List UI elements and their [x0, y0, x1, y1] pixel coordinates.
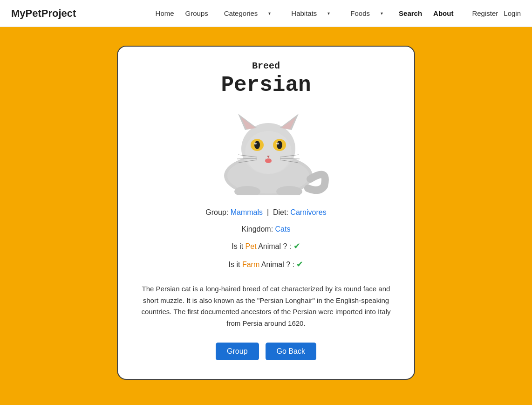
pet-prefix: Is it [232, 242, 245, 250]
farm-keyword[interactable]: Farm [242, 261, 259, 268]
svg-point-10 [254, 143, 257, 144]
brand-logo: MyPetProject [11, 7, 76, 20]
group-value[interactable]: Mammals [231, 208, 263, 216]
nav-groups-link[interactable]: Groups [181, 7, 213, 20]
nav-right: Register Login [472, 9, 521, 17]
kingdom-value[interactable]: Cats [275, 225, 291, 233]
svg-point-15 [265, 158, 272, 163]
breed-description: The Persian cat is a long-haired breed o… [140, 283, 392, 329]
nav-foods-dropdown[interactable]: Foods ▾ [341, 4, 392, 23]
nav-links: Home Groups Categories ▾ Habitats ▾ Food… [151, 4, 458, 23]
nav-habitats-dropdown[interactable]: Habitats ▾ [282, 4, 339, 23]
farm-prefix: Is it [229, 261, 242, 268]
go-back-button[interactable]: Go Back [266, 343, 316, 360]
svg-point-7 [245, 131, 292, 174]
action-buttons: Group Go Back [216, 343, 316, 360]
pet-keyword[interactable]: Pet [246, 242, 257, 250]
kingdom-line: Kingdom: Cats [242, 223, 291, 235]
diet-label: Diet: [273, 208, 288, 216]
nav-about-link[interactable]: About [429, 7, 458, 20]
nav-home-link[interactable]: Home [151, 7, 179, 20]
breed-card: Breed Persian [117, 46, 415, 380]
chevron-down-icon: ▾ [376, 8, 388, 19]
nav-search-link[interactable]: Search [394, 7, 427, 20]
pet-suffix: Animal ? : [258, 242, 293, 250]
nav-login-link[interactable]: Login [504, 9, 521, 17]
farm-suffix: Animal ? : [261, 261, 294, 268]
kingdom-label: Kingdom: [242, 225, 273, 233]
group-label: Group: [205, 208, 228, 216]
group-diet-line: Group: Mammals | Diet: Carnivores [205, 206, 326, 219]
svg-point-13 [276, 143, 279, 144]
diet-value[interactable]: Carnivores [290, 208, 326, 216]
svg-point-12 [277, 141, 282, 149]
breed-label: Breed [252, 61, 280, 71]
group-button[interactable]: Group [216, 343, 259, 360]
farm-check-icon: ✔ [296, 260, 303, 269]
breed-name: Persian [221, 73, 311, 97]
pet-check-icon: ✔ [293, 241, 300, 251]
chevron-down-icon: ▾ [323, 8, 334, 19]
farm-animal-line: Is it Farm Animal ? : ✔ [229, 258, 304, 271]
nav-register-link[interactable]: Register [472, 9, 498, 17]
nav-categories-dropdown[interactable]: Categories ▾ [215, 4, 280, 23]
navbar: MyPetProject Home Groups Categories ▾ Ha… [0, 0, 532, 27]
cat-image [196, 107, 336, 195]
svg-point-9 [254, 141, 260, 149]
main-wrapper: Breed Persian [0, 27, 532, 398]
pet-animal-line: Is it Pet Animal ? : ✔ [232, 240, 300, 253]
chevron-down-icon: ▾ [264, 8, 275, 19]
